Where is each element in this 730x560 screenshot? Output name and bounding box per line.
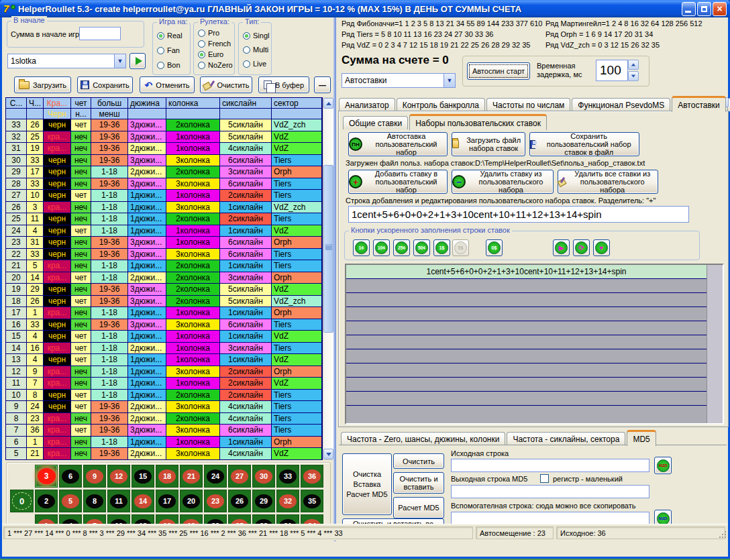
- history-row[interactable]: 108чернчет1-181дюжи...2колонка2сиклайнTi…: [6, 390, 322, 402]
- tab-main-функционал-psevdoms[interactable]: Функционал PsevdoMS: [572, 98, 670, 111]
- resize-grip[interactable]: [718, 530, 727, 539]
- tab-bottom-частота-zero-шансы-дюжины-колонки[interactable]: Частота - Zero, шансы, дюжины, колонки: [341, 432, 505, 445]
- tab-main-частоты-по-числам[interactable]: Частоты по числам: [486, 98, 570, 111]
- chevron-down-icon[interactable]: ▼: [114, 54, 125, 68]
- history-row[interactable]: 154чернчет1-181дюжи...1колонка1сиклайнVd…: [6, 331, 322, 343]
- roulette-cell-29[interactable]: 29: [252, 490, 275, 512]
- bet-list-row[interactable]: [346, 392, 707, 406]
- quick-bet-button-spin[interactable]: ♥: [593, 239, 610, 256]
- quick-bet-button-1d[interactable]: 1$: [433, 239, 450, 256]
- case-checkbox[interactable]: [540, 474, 549, 483]
- history-row[interactable]: 3033черннеч19-363дюжи...3колонка6сиклайн…: [6, 155, 322, 167]
- roulette-cell-11[interactable]: 11: [107, 490, 130, 512]
- roulette-cell-21[interactable]: 21: [180, 465, 203, 488]
- roulette-cell-14[interactable]: 14: [132, 490, 154, 512]
- delay-value[interactable]: 100: [596, 60, 628, 81]
- quick-bet-button-1c[interactable]: 1¢: [353, 239, 370, 256]
- roulette-cell-3[interactable]: 3: [35, 465, 58, 488]
- roulette-cell-35[interactable]: 35: [301, 490, 323, 512]
- tab-sub-общие-ставки[interactable]: Общие ставки: [343, 116, 408, 129]
- history-row[interactable]: 2014кра...чет1-182дюжи...2колонка3сиклай…: [6, 272, 322, 284]
- roulette-cell-32[interactable]: 32: [276, 490, 299, 512]
- history-row[interactable]: 3119кра...неч19-362дюжи...1колонка4сикла…: [6, 143, 322, 155]
- roulette-cell-15[interactable]: 15: [132, 465, 154, 488]
- bet-list-row[interactable]: 1cent+5+6+0+0+2+1+3+10cent+10+11+12+13+1…: [346, 265, 707, 279]
- quick-bet-button-play[interactable]: ▶: [553, 239, 570, 256]
- roulette-cell-23[interactable]: 23: [204, 490, 227, 512]
- scroll-down-icon[interactable]: [323, 449, 333, 459]
- md5-clear-paste-button[interactable]: Очистить и вставить: [393, 472, 444, 494]
- tab-sub-наборы-пользовательских-ставок[interactable]: Наборы пользовательских ставок: [409, 114, 547, 130]
- history-row[interactable]: 2233черннеч19-363дюжи...3колонка6сиклайн…: [6, 249, 322, 261]
- quick-bet-button-50c[interactable]: 50¢: [413, 239, 430, 256]
- bet-list-row[interactable]: [346, 279, 707, 293]
- tab-main-автоставки[interactable]: Автоставки: [672, 96, 726, 112]
- md5-source-input[interactable]: [451, 459, 649, 472]
- roulette-cell-26[interactable]: 26: [228, 490, 251, 512]
- history-row[interactable]: 736кра...чет19-363дюжи...3колонка6сиклай…: [6, 425, 322, 437]
- close-button[interactable]: ×: [713, 2, 727, 16]
- history-row[interactable]: 2331черннеч19-363дюжи...1колонка6сиклайн…: [6, 237, 322, 249]
- md5-clear-paste-calc-button[interactable]: Очистка Вставка Расчет MD5: [342, 453, 392, 515]
- add-bet-button[interactable]: + Добавить ставку в пользовательский наб…: [348, 170, 448, 194]
- quick-bet-button-25c[interactable]: 25¢: [393, 239, 410, 256]
- tab-bottom-частота-сиклайны-сектора[interactable]: Частота - сиклайны, сектора: [507, 432, 625, 445]
- radio-roulette-nozero[interactable]: NoZero: [198, 61, 233, 69]
- history-row[interactable]: 43кра...неч1-181дюжи...3колонка1сиклайнV…: [6, 460, 322, 461]
- quick-bet-button-10c[interactable]: 10¢: [373, 239, 390, 256]
- history-row[interactable]: 244чернчет1-181дюжи...1колонка1сиклайнVd…: [6, 225, 322, 237]
- remove-all-bets-button[interactable]: Удалить все ставки из пользовательского …: [558, 170, 658, 194]
- md5-calc-button[interactable]: Расчет MD5: [393, 497, 444, 518]
- history-row[interactable]: 3326чернчет19-363дюжи...2колонка5сиклайн…: [6, 119, 322, 131]
- start-sum-input[interactable]: [79, 27, 121, 40]
- scrollbar-thumb[interactable]: [323, 165, 333, 333]
- collapse-button[interactable]: —: [314, 76, 331, 93]
- roulette-cell-12[interactable]: 12: [107, 465, 130, 488]
- roulette-cell-0[interactable]: 0: [10, 490, 34, 512]
- bet-list-row[interactable]: [346, 378, 707, 392]
- bet-list-row[interactable]: [346, 335, 707, 349]
- undo-button[interactable]: ↶Отменить: [140, 76, 195, 93]
- preset-combo[interactable]: 1slotka ▼: [7, 54, 126, 68]
- radio-game-bon[interactable]: Bon: [157, 61, 180, 69]
- history-row[interactable]: 129кра...неч1-181дюжи...3колонка2сиклайн…: [6, 366, 322, 378]
- radio-roulette-french[interactable]: French: [198, 40, 231, 48]
- history-row[interactable]: 263кра...неч1-181дюжи...3колонка1сиклайн…: [6, 202, 322, 214]
- roulette-cell-33[interactable]: 33: [276, 465, 299, 488]
- maximize-button[interactable]: [697, 2, 711, 16]
- table-scrollbar[interactable]: [323, 97, 334, 460]
- load-button[interactable]: Загрузить: [14, 76, 71, 93]
- roulette-cell-20[interactable]: 20: [180, 490, 203, 512]
- radio-roulette-pro[interactable]: Pro: [198, 29, 219, 37]
- bet-list-row[interactable]: [346, 349, 707, 363]
- quick-bet-button-5d[interactable]: 5$: [452, 239, 469, 256]
- tab-main-анализатор[interactable]: Анализатор: [339, 98, 395, 111]
- md5-calc-icon-button[interactable]: МД5: [654, 457, 672, 474]
- history-row[interactable]: 1826чернчет19-363дюжи...2колонка5сиклайн…: [6, 296, 322, 308]
- roulette-cell-9[interactable]: 9: [83, 465, 106, 488]
- history-row[interactable]: 1633черннеч19-363дюжи...3колонка6сиклайн…: [6, 319, 322, 331]
- quick-bet-button-0d[interactable]: 0$: [486, 239, 503, 256]
- remove-bet-button[interactable]: − Удалить ставку из пользовательского на…: [452, 170, 554, 194]
- md5-out-input[interactable]: [451, 485, 649, 498]
- spinner-down-icon[interactable]: [628, 71, 639, 81]
- bet-string-input[interactable]: [348, 206, 689, 223]
- history-row[interactable]: 2833черннеч19-363дюжи...3колонка6сиклайн…: [6, 178, 322, 190]
- copy-to-buffer-button[interactable]: В буфер: [258, 76, 309, 93]
- play-button[interactable]: [129, 53, 146, 69]
- bet-list-row[interactable]: [346, 293, 707, 307]
- chevron-down-icon[interactable]: ▼: [444, 74, 455, 87]
- roulette-cell-17[interactable]: 17: [156, 490, 178, 512]
- quick-bet-button-repeat[interactable]: ⟳: [573, 239, 590, 256]
- md5-clear-button[interactable]: Очистить: [393, 453, 444, 469]
- roulette-cell-24[interactable]: 24: [204, 465, 227, 488]
- roulette-cell-2[interactable]: 2: [35, 490, 58, 512]
- radio-type-live[interactable]: Live: [243, 60, 266, 68]
- bet-list-row[interactable]: [346, 321, 707, 335]
- bet-list-row[interactable]: [346, 363, 707, 378]
- radio-game-fan[interactable]: Fan: [157, 46, 180, 54]
- radio-type-multi[interactable]: Multi: [243, 46, 268, 54]
- history-row[interactable]: 823кра...неч19-362дюжи...2колонка4сиклай…: [6, 413, 322, 425]
- spinner-up-icon[interactable]: [628, 60, 639, 70]
- roulette-cell-6[interactable]: 6: [59, 465, 82, 488]
